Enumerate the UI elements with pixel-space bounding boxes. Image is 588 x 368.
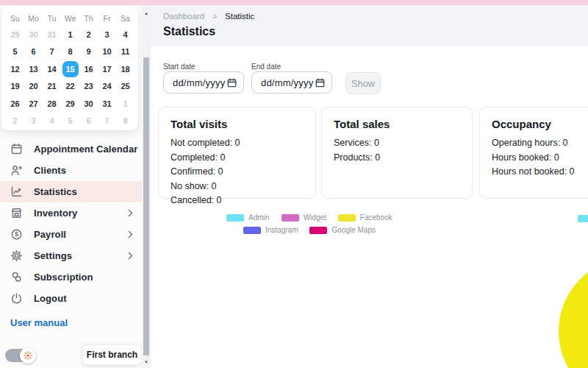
total-sales-card: Total sales Services: 0Products: 0 — [321, 107, 473, 199]
sidebar-item-logout[interactable]: Logout — [0, 288, 142, 309]
sidebar-scrollbar: ▲ ▼ — [142, 5, 151, 368]
store-icon — [10, 207, 23, 219]
start-date-placeholder: dd/mm/yyyy — [173, 77, 225, 88]
calendar-day[interactable]: 7 — [43, 43, 61, 61]
calendar-day-header: Sa — [116, 11, 135, 26]
sidebar-item-label: Logout — [34, 293, 67, 304]
calendar-day[interactable]: 20 — [24, 78, 43, 96]
svg-text:$: $ — [15, 230, 18, 238]
calendar-day[interactable]: 3 — [24, 113, 43, 130]
calendar-day[interactable]: 31 — [43, 26, 61, 43]
show-button[interactable]: Show — [345, 72, 381, 94]
calendar-day[interactable]: 16 — [79, 60, 98, 78]
calendar-day[interactable]: 2 — [79, 26, 98, 43]
legend-swatch-icon — [243, 227, 261, 234]
scrollbar-thumb[interactable] — [143, 57, 149, 355]
stat-line: Operating hours: 0 — [492, 136, 588, 151]
legend-item[interactable]: Facebook — [338, 213, 392, 222]
calendar-day[interactable]: 26 — [6, 95, 24, 113]
calendar-day[interactable]: 5 — [61, 113, 79, 130]
dollar-circle-icon: $ — [10, 228, 23, 241]
calendar-day[interactable]: 27 — [24, 95, 43, 113]
calendar-day[interactable]: 29 — [6, 26, 24, 43]
top-accent-bar — [0, 0, 588, 5]
legend-item[interactable]: Widget — [282, 213, 326, 222]
sidebar-item-label: Statistics — [34, 186, 77, 197]
pie-chart-fragment — [559, 258, 588, 368]
calendar-day[interactable]: 11 — [116, 43, 135, 61]
calendar-day[interactable]: 4 — [116, 26, 135, 43]
calendar-day[interactable]: 5 — [6, 43, 24, 61]
calendar-day[interactable]: 15 — [61, 60, 79, 78]
theme-toggle[interactable] — [5, 349, 35, 362]
calendar-day[interactable]: 31 — [98, 95, 116, 113]
chart-line-icon — [10, 185, 23, 198]
sidebar-item-label: Appointment Calendar — [34, 144, 137, 155]
calendar-day[interactable]: 7 — [98, 113, 116, 130]
scroll-up-arrow[interactable]: ▲ — [142, 10, 151, 16]
calendar-day[interactable]: 25 — [116, 78, 135, 96]
stat-line: Hours not booked: 0 — [492, 165, 588, 180]
total-visits-card: Total visits Not completed: 0Completed: … — [158, 107, 316, 199]
calendar-day[interactable]: 10 — [98, 43, 116, 61]
scroll-down-arrow[interactable]: ▼ — [142, 359, 151, 365]
calendar-day[interactable]: 4 — [43, 113, 61, 130]
date-picker-icon[interactable] — [315, 78, 325, 88]
branch-selector-button[interactable]: First branch — [82, 344, 142, 365]
calendar-day[interactable]: 30 — [79, 95, 98, 113]
calendar-day[interactable]: 22 — [61, 78, 79, 96]
sidebar-item-statistics[interactable]: Statistics — [0, 181, 142, 202]
calendar-day[interactable]: 21 — [43, 78, 61, 96]
calendar-day[interactable]: 24 — [98, 78, 116, 96]
sidebar-item-subscription[interactable]: Subscription — [0, 266, 142, 288]
calendar-day[interactable]: 30 — [24, 26, 43, 43]
calendar-day[interactable]: 2 — [6, 113, 24, 130]
breadcrumb-dashboard[interactable]: Dashboard — [163, 12, 204, 21]
sidebar-menu: Appointment Calendar Clients Statistics … — [0, 138, 142, 309]
calendar-day[interactable]: 1 — [116, 95, 135, 113]
calendar-day[interactable]: 29 — [61, 95, 79, 113]
card-lines: Services: 0Products: 0 — [334, 136, 460, 165]
calendar-day[interactable]: 14 — [43, 60, 61, 78]
chevron-right-icon — [128, 209, 133, 217]
sidebar-item-clients[interactable]: Clients — [0, 160, 142, 181]
user-manual-link[interactable]: User manual — [10, 317, 68, 328]
calendar-day[interactable]: 18 — [116, 60, 135, 78]
end-date-label: End date — [251, 63, 281, 71]
sidebar-item-payroll[interactable]: $ Payroll — [0, 224, 142, 245]
stat-line: No show: 0 — [171, 180, 304, 194]
start-date-input[interactable]: dd/mm/yyyy — [163, 71, 244, 93]
sidebar-item-inventory[interactable]: Inventory — [0, 202, 142, 224]
legend-item[interactable]: Admin — [226, 213, 269, 222]
sidebar-item-settings[interactable]: Settings — [0, 245, 142, 266]
user-plus-icon — [10, 164, 23, 177]
calendar-icon — [10, 143, 23, 155]
stat-line: Confirmed: 0 — [171, 165, 304, 180]
sidebar-item-appointment-calendar[interactable]: Appointment Calendar — [0, 138, 142, 160]
calendar-day[interactable]: 17 — [98, 60, 116, 78]
calendar-day[interactable]: 13 — [24, 60, 43, 78]
date-picker-icon[interactable] — [227, 78, 237, 88]
calendar-day[interactable]: 8 — [116, 113, 135, 130]
calendar-day[interactable]: 19 — [6, 78, 24, 96]
stat-line: Products: 0 — [334, 151, 460, 166]
calendar-grid: 2930311234567891011121314151617181920212… — [6, 26, 135, 130]
legend-label: Google Maps — [331, 226, 375, 234]
calendar-day[interactable]: 6 — [79, 113, 98, 130]
calendar-day[interactable]: 9 — [79, 43, 98, 61]
calendar-day[interactable]: 3 — [98, 26, 116, 43]
calendar-day[interactable]: 28 — [43, 95, 61, 113]
legend-swatch-icon — [226, 214, 244, 222]
breadcrumb-current: Statistic — [225, 12, 254, 21]
sidebar-item-label: Clients — [34, 165, 66, 176]
calendar-day[interactable]: 6 — [24, 43, 43, 61]
legend-item[interactable]: Instagram — [243, 226, 298, 234]
calendar-day[interactable]: 8 — [61, 43, 79, 61]
calendar-day-header: Fr — [98, 11, 116, 26]
legend-item[interactable]: Google Maps — [309, 226, 375, 234]
card-title: Occupancy — [492, 118, 588, 130]
end-date-input[interactable]: dd/mm/yyyy — [251, 71, 332, 93]
calendar-day[interactable]: 1 — [61, 26, 79, 43]
calendar-day[interactable]: 12 — [6, 60, 24, 78]
calendar-day[interactable]: 23 — [79, 78, 98, 96]
